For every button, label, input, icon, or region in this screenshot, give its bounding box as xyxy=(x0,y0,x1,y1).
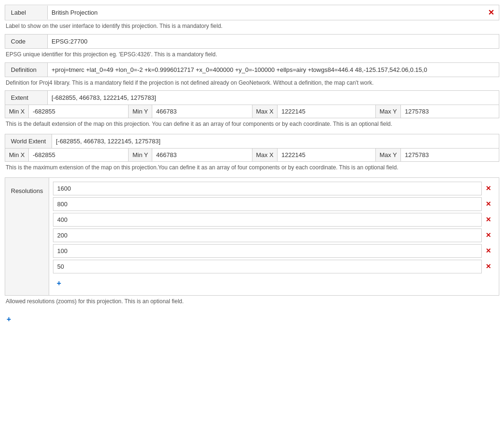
resolutions-content: ✕ ✕ ✕ ✕ ✕ ✕ + xyxy=(49,178,499,295)
world-extent-min-y-input[interactable] xyxy=(152,149,252,161)
extent-field-label: Extent xyxy=(5,91,48,105)
resolutions-help-text: Allowed resolutions (zooms) for this pro… xyxy=(5,296,499,309)
add-item-button[interactable]: + xyxy=(5,313,13,325)
extent-max-y-label: Max Y xyxy=(376,105,401,118)
code-help-text: EPSG unique identifier for this projecti… xyxy=(5,49,499,62)
resolution-remove-button-1[interactable]: ✕ xyxy=(482,198,495,210)
list-item: ✕ xyxy=(49,182,499,195)
resolution-input-0[interactable] xyxy=(53,182,482,195)
add-resolution-button[interactable]: + xyxy=(53,277,65,290)
code-input[interactable] xyxy=(48,35,499,48)
resolution-input-1[interactable] xyxy=(53,197,482,211)
definition-field-label: Definition xyxy=(5,63,48,77)
extent-min-x-label: Min X xyxy=(5,105,29,118)
extent-min-y-input[interactable] xyxy=(152,105,252,118)
resolution-input-4[interactable] xyxy=(53,244,482,258)
extent-array-input[interactable] xyxy=(48,91,499,105)
label-field-label: Label xyxy=(5,6,48,19)
extent-min-y-label: Min Y xyxy=(129,105,152,118)
resolution-input-5[interactable] xyxy=(53,260,482,273)
list-item: ✕ xyxy=(49,197,499,211)
world-extent-max-x-input[interactable] xyxy=(278,149,375,161)
resolution-input-2[interactable] xyxy=(53,213,482,227)
definition-help-text: Definition for Proj4 library. This is a … xyxy=(5,77,499,91)
list-item: ✕ xyxy=(49,228,499,242)
world-extent-field-label: World Extent xyxy=(5,134,52,148)
resolution-remove-button-2[interactable]: ✕ xyxy=(482,214,495,225)
extent-max-x-input[interactable] xyxy=(278,105,375,118)
extent-max-x-label: Max X xyxy=(252,105,278,118)
world-extent-max-x-label: Max X xyxy=(252,149,278,161)
label-input[interactable] xyxy=(48,6,483,19)
extent-help-text: This is the default extension of the map… xyxy=(5,118,499,132)
extent-min-x-input[interactable] xyxy=(29,105,128,118)
world-extent-min-x-label: Min X xyxy=(5,149,29,161)
resolution-input-3[interactable] xyxy=(53,228,482,242)
world-extent-help-text: This is the maximum extension of the map… xyxy=(5,162,499,176)
resolution-remove-button-0[interactable]: ✕ xyxy=(482,183,495,194)
definition-input[interactable] xyxy=(48,63,499,77)
resolution-remove-button-3[interactable]: ✕ xyxy=(482,229,495,241)
world-extent-min-x-input[interactable] xyxy=(29,149,128,161)
world-extent-min-y-label: Min Y xyxy=(129,149,152,161)
world-extent-max-y-label: Max Y xyxy=(376,149,401,161)
list-item: ✕ xyxy=(49,213,499,227)
resolution-remove-button-4[interactable]: ✕ xyxy=(482,245,495,256)
code-field-label: Code xyxy=(5,35,48,48)
extent-max-y-input[interactable] xyxy=(401,105,499,118)
list-item: ✕ xyxy=(49,260,499,273)
world-extent-max-y-input[interactable] xyxy=(401,149,499,161)
form-wrapper: Label ✕ Label to show on the user interf… xyxy=(0,0,504,335)
resolution-remove-button-5[interactable]: ✕ xyxy=(482,261,495,272)
list-item: ✕ xyxy=(49,244,499,258)
world-extent-array-input[interactable] xyxy=(52,134,499,148)
label-help-text: Label to show on the user interface to i… xyxy=(5,20,499,34)
label-close-button[interactable]: ✕ xyxy=(483,5,499,20)
resolutions-field-label: Resolutions xyxy=(5,178,49,295)
